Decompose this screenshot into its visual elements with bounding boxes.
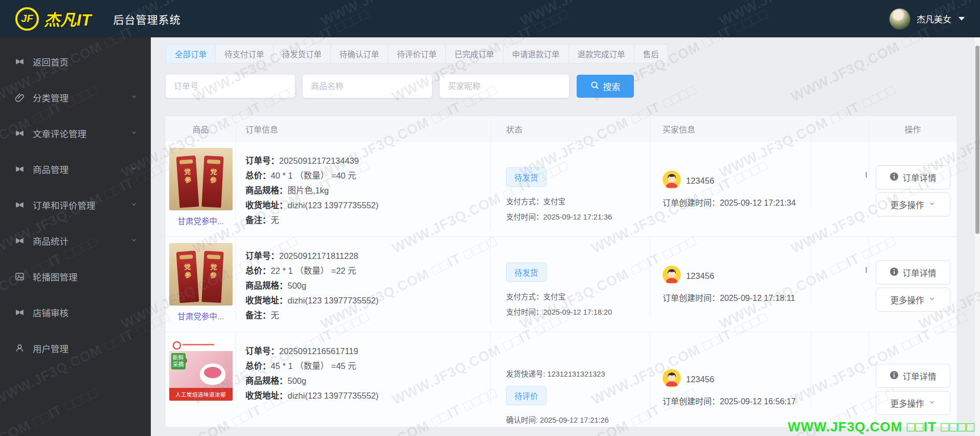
table-header: 商品 订单信息 状态 买家信息 操作 [166, 116, 956, 142]
sidebar: 返回首页 分类管理 文章评论管理 商品管理 订单和评价管理 商品统计 轮播图管理… [0, 37, 151, 436]
price-label: 总价： [245, 266, 271, 275]
info-icon [890, 370, 899, 382]
tab-all-orders[interactable]: 全部订单 [166, 44, 216, 63]
sidebar-item-carousel[interactable]: 轮播图管理 [0, 258, 151, 294]
price-value: 22 * 1 （数量） =22 元 [271, 266, 356, 275]
status-line-value: 支付宝 [543, 293, 566, 301]
tab-refund-done[interactable]: 退款完成订单 [568, 44, 634, 63]
buyer-name: 123456 [686, 271, 714, 281]
order-detail-button[interactable]: 订单详情 [876, 165, 950, 189]
logo-jf-icon: JF [15, 7, 39, 31]
more-actions-button[interactable]: 更多操作 [876, 391, 950, 415]
spec-value: 500g [288, 281, 307, 290]
more-actions-button[interactable]: 更多操作 [876, 288, 950, 312]
scrollbar-thumb[interactable] [975, 46, 979, 234]
user-menu[interactable]: 杰凡美女 [889, 8, 965, 30]
price-label: 总价： [245, 361, 271, 370]
tab-refund-request[interactable]: 申请退款订单 [503, 44, 569, 63]
chevron-down-icon [130, 164, 138, 175]
price-value: 45 * 1 （数量） =45 元 [271, 361, 356, 370]
tab-completed[interactable]: 已完成订单 [445, 44, 504, 63]
overflow-char: l [865, 266, 867, 274]
sidebar-item-article-comments[interactable]: 文章评论管理 [0, 115, 151, 151]
status-badge: 待发货 [506, 263, 546, 282]
ticket-icon [14, 200, 25, 210]
table-row: 新鲜采摘 人工炭焙选味道浓郁 订单号：20250912165617119 总价：… [166, 332, 956, 427]
main-content: 全部订单 待支付订单 待发货订单 待确认订单 待评价订单 已完成订单 申请退款订… [151, 37, 975, 436]
sidebar-item-product-stats[interactable]: 商品统计 [0, 223, 151, 258]
sidebar-item-orders-reviews[interactable]: 订单和评价管理 [0, 187, 151, 223]
search-button[interactable]: 搜索 [577, 75, 634, 98]
packet-label: 党参 [208, 168, 218, 185]
tab-aftersale[interactable]: 售后 [634, 44, 668, 63]
sidebar-item-products[interactable]: 商品管理 [0, 151, 151, 187]
order-detail-label: 订单详情 [903, 171, 937, 184]
tab-pending-payment[interactable]: 待支付订单 [215, 44, 274, 63]
note-label: 备注： [245, 215, 271, 225]
ticket-icon [14, 56, 25, 67]
header-order-info: 订单信息 [236, 116, 491, 142]
product-name-input[interactable] [303, 75, 432, 98]
tab-pending-shipment[interactable]: 待发货订单 [273, 44, 331, 63]
product-image[interactable]: 新鲜采摘 人工炭焙选味道浓郁 [169, 338, 233, 401]
spec-label: 商品规格： [245, 376, 288, 385]
user-avatar[interactable] [889, 8, 910, 30]
sidebar-item-home[interactable]: 返回首页 [0, 43, 151, 79]
chevron-down-icon [130, 92, 138, 103]
spec-value: 图片色,1kg [288, 186, 329, 195]
status-line-label: 支付方式： [506, 198, 543, 206]
packet-label: 党参 [208, 264, 218, 280]
sidebar-item-category[interactable]: 分类管理 [0, 79, 151, 115]
buyer-name: 123456 [686, 375, 714, 384]
page-title: 后台管理系统 [113, 11, 181, 27]
buyer-nick-input[interactable] [440, 75, 569, 98]
tab-pending-confirm[interactable]: 待确认订单 [330, 44, 389, 63]
order-detail-label: 订单详情 [903, 267, 937, 279]
tab-pending-review[interactable]: 待评价订单 [388, 44, 446, 63]
product-image-banner: 人工炭焙选味道浓郁 [169, 388, 233, 401]
user-name[interactable]: 杰凡美女 [917, 12, 951, 25]
created-label: 订单创建时间： [663, 294, 720, 302]
product-name-link[interactable]: 甘肃党参中... [177, 310, 223, 321]
sidebar-item-label: 返回首页 [33, 55, 69, 68]
spec-value: 500g [288, 376, 307, 385]
search-button-label: 搜索 [603, 80, 621, 93]
header-product: 商品 [166, 116, 236, 142]
product-image[interactable]: 党参 党参 [169, 148, 233, 210]
chevron-down-icon [130, 128, 138, 139]
status-line-label: 支付时间： [506, 308, 543, 316]
sidebar-item-label: 轮播图管理 [33, 270, 78, 283]
address-value: dizhi(123 13977735552) [288, 201, 379, 210]
created-label: 订单创建时间： [663, 397, 720, 406]
order-no-label: 订单号： [245, 251, 279, 260]
product-image[interactable]: 党参 党参 [169, 243, 233, 306]
user-icon [14, 343, 25, 354]
table-row: 党参 党参 甘肃党参中... 订单号：20250912171811228 总价：… [166, 237, 956, 332]
status-line-value: 2025-09-12 17:21:36 [543, 213, 612, 221]
tracking-number: 发货快递号: 12312131321323 [506, 368, 650, 379]
chevron-down-icon [928, 200, 936, 209]
sidebar-item-label: 文章评论管理 [33, 127, 86, 140]
more-actions-button[interactable]: 更多操作 [876, 192, 950, 216]
order-no-input[interactable] [166, 75, 295, 98]
chevron-down-icon [130, 235, 138, 246]
status-badge: 待评价 [506, 386, 546, 405]
status-badge: 待发货 [506, 167, 546, 187]
top-navbar: JF 杰凡IT 后台管理系统 杰凡美女 [0, 0, 980, 37]
order-tabs: 全部订单 待支付订单 待发货订单 待确认订单 待评价订单 已完成订单 申请退款订… [166, 44, 668, 63]
order-detail-label: 订单详情 [903, 370, 937, 382]
sidebar-item-label: 订单和评价管理 [33, 199, 96, 211]
status-line-value: 2025-09-12 17:21:26 [540, 416, 609, 424]
picture-icon [14, 271, 25, 282]
sidebar-item-shop-review[interactable]: 店铺审核 [0, 294, 151, 330]
created-value: 2025-09-12 16:56:17 [720, 397, 796, 406]
scrollbar-track[interactable] [975, 37, 980, 436]
chevron-down-icon [928, 295, 936, 304]
chevron-down-icon [959, 17, 965, 20]
product-name-link[interactable]: 甘肃党参中... [177, 215, 223, 226]
order-detail-button[interactable]: 订单详情 [876, 364, 950, 388]
status-line-value: 支付宝 [543, 198, 566, 206]
sidebar-item-users[interactable]: 用户管理 [0, 330, 151, 366]
chevron-down-icon [928, 398, 936, 408]
order-detail-button[interactable]: 订单详情 [876, 260, 950, 285]
